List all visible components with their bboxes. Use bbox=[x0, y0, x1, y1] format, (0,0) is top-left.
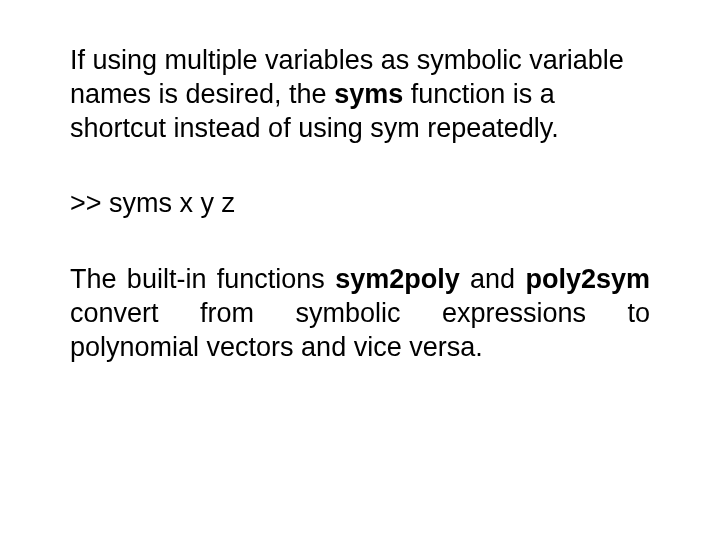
code-text: >> syms x y z bbox=[70, 188, 235, 218]
text: and bbox=[460, 264, 526, 294]
paragraph-functions: The built-in functions sym2poly and poly… bbox=[70, 263, 650, 364]
code-example: >> syms x y z bbox=[70, 187, 650, 221]
text: The built-in functions bbox=[70, 264, 335, 294]
keyword-syms: syms bbox=[334, 79, 403, 109]
keyword-poly2sym: poly2sym bbox=[525, 264, 650, 294]
keyword-sym2poly: sym2poly bbox=[335, 264, 460, 294]
text: convert from symbolic expressions to pol… bbox=[70, 298, 650, 362]
paragraph-intro: If using multiple variables as symbolic … bbox=[70, 44, 650, 145]
slide: If using multiple variables as symbolic … bbox=[0, 0, 720, 540]
